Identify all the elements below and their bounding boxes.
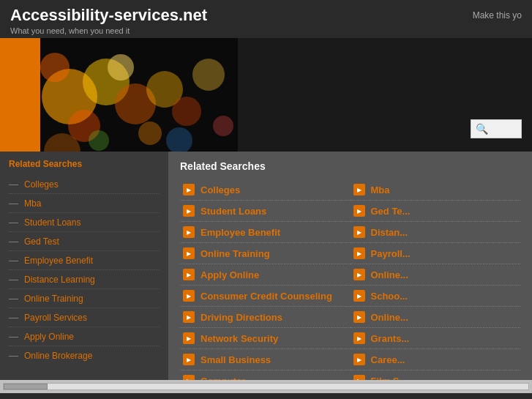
arrow-icon: — xyxy=(9,217,18,228)
related-icon-grants xyxy=(353,332,365,344)
sidebar-link-distance-learning[interactable]: Distance Learning xyxy=(24,275,95,285)
related-link-driving-directions[interactable]: Driving Directions xyxy=(201,312,282,323)
related-icon-career xyxy=(353,354,365,365)
related-item-payroll-services[interactable]: Payroll... xyxy=(351,243,521,264)
sidebar-item-colleges[interactable]: — Colleges xyxy=(9,175,160,194)
arrow-icon: — xyxy=(9,293,18,304)
related-icon-small-business xyxy=(183,354,195,365)
banner-area: 🔍 xyxy=(0,38,532,152)
related-item-small-business[interactable]: Small Business xyxy=(180,349,351,370)
related-panel: Related Searches Colleges Mba Student Lo… xyxy=(168,152,532,380)
related-icon-payroll-services xyxy=(353,247,365,259)
arrow-icon: — xyxy=(9,350,18,361)
related-icon-distance-learning xyxy=(353,226,365,238)
related-icon-consumer-credit xyxy=(183,290,195,302)
related-link-career[interactable]: Caree... xyxy=(371,354,405,365)
sidebar-link-colleges[interactable]: Colleges xyxy=(24,179,59,190)
related-link-distance-learning[interactable]: Distan... xyxy=(371,227,408,238)
related-item-film[interactable]: Film S... xyxy=(351,370,521,380)
related-icon-colleges xyxy=(183,184,195,195)
related-item-career[interactable]: Caree... xyxy=(351,349,521,370)
related-link-student-loans[interactable]: Student Loans xyxy=(201,206,266,217)
sidebar-item-online-training[interactable]: — Online Training xyxy=(9,289,160,308)
sidebar-link-mba[interactable]: Mba xyxy=(24,198,41,209)
related-item-computer[interactable]: Computer xyxy=(180,370,351,380)
related-item-online2[interactable]: Online... xyxy=(351,307,521,328)
sidebar-link-online-training[interactable]: Online Training xyxy=(24,294,83,304)
svg-point-8 xyxy=(172,97,201,126)
sidebar-item-student-loans[interactable]: — Student Loans xyxy=(9,213,160,232)
related-icon-online-right xyxy=(353,269,365,280)
related-link-employee-benefit[interactable]: Employee Benefit xyxy=(201,227,280,238)
sidebar-link-employee-benefit[interactable]: Employee Benefit xyxy=(24,256,93,266)
related-panel-title: Related Searches xyxy=(180,160,520,172)
related-icon-apply-online xyxy=(183,269,195,280)
related-icon-network-security xyxy=(183,332,195,344)
banner-dark: 🔍 xyxy=(238,38,532,152)
sidebar-item-apply-online[interactable]: — Apply Online xyxy=(9,327,160,346)
sidebar-item-mba[interactable]: — Mba xyxy=(9,194,160,213)
related-item-colleges[interactable]: Colleges xyxy=(180,179,351,201)
sidebar-item-online-brokerage[interactable]: — Online Brokerage xyxy=(9,346,160,365)
related-icon-employee-benefit xyxy=(183,226,195,238)
sidebar-link-apply-online[interactable]: Apply Online xyxy=(24,332,74,342)
search-icon: 🔍 xyxy=(476,123,488,135)
sidebar-link-online-brokerage[interactable]: Online Brokerage xyxy=(24,351,92,361)
related-icon-online-training xyxy=(183,247,195,259)
sidebar-item-distance-learning[interactable]: — Distance Learning xyxy=(9,270,160,289)
search-box[interactable]: 🔍 xyxy=(471,119,522,138)
related-link-network-security[interactable]: Network Security xyxy=(201,333,278,344)
arrow-icon: — xyxy=(9,255,18,266)
related-link-apply-online[interactable]: Apply Online xyxy=(201,269,259,280)
related-grid: Colleges Mba Student Loans Ged Te... Emp… xyxy=(180,179,520,380)
related-link-school[interactable]: Schoo... xyxy=(371,291,408,302)
related-link-colleges[interactable]: Colleges xyxy=(201,184,240,195)
sidebar-title: Related Searches xyxy=(9,159,160,169)
svg-point-11 xyxy=(89,130,109,151)
related-link-online2[interactable]: Online... xyxy=(371,312,408,323)
related-link-consumer-credit[interactable]: Consumer Credit Counseling xyxy=(201,291,332,302)
related-item-mba[interactable]: Mba xyxy=(351,179,521,201)
scrollbar-area[interactable] xyxy=(0,380,532,393)
sidebar-link-student-loans[interactable]: Student Loans xyxy=(24,217,80,228)
sidebar-item-ged-test[interactable]: — Ged Test xyxy=(9,232,160,251)
related-link-online-training[interactable]: Online Training xyxy=(201,248,270,259)
related-link-grants[interactable]: Grants... xyxy=(371,333,410,344)
related-link-film[interactable]: Film S... xyxy=(371,376,408,381)
scrollbar-thumb[interactable] xyxy=(4,384,48,389)
related-link-online-right[interactable]: Online... xyxy=(371,269,408,280)
header-left: Accessibility-services.net What you need… xyxy=(10,6,207,35)
related-item-online-right[interactable]: Online... xyxy=(351,264,521,286)
related-item-ged-test[interactable]: Ged Te... xyxy=(351,201,521,222)
header-right: Make this yo xyxy=(473,6,522,20)
orange-stripe xyxy=(0,38,40,152)
related-item-distance-learning[interactable]: Distan... xyxy=(351,222,521,243)
related-item-apply-online[interactable]: Apply Online xyxy=(180,264,351,286)
related-item-employee-benefit[interactable]: Employee Benefit xyxy=(180,222,351,243)
related-link-ged-test[interactable]: Ged Te... xyxy=(371,206,411,217)
related-icon-student-loans xyxy=(183,205,195,217)
arrow-icon: — xyxy=(9,331,18,342)
related-link-computer[interactable]: Computer xyxy=(201,376,245,381)
related-icon-mba xyxy=(353,184,365,195)
related-item-network-security[interactable]: Network Security xyxy=(180,328,351,349)
related-item-consumer-credit[interactable]: Consumer Credit Counseling xyxy=(180,286,351,307)
arrow-icon: — xyxy=(9,198,18,209)
sidebar-link-payroll-services[interactable]: Payroll Services xyxy=(24,313,87,323)
related-item-student-loans[interactable]: Student Loans xyxy=(180,201,351,222)
site-subtitle: What you need, when you need it xyxy=(10,26,207,35)
related-item-grants[interactable]: Grants... xyxy=(351,328,521,349)
sidebar-item-employee-benefit[interactable]: — Employee Benefit xyxy=(9,251,160,270)
related-link-payroll-services[interactable]: Payroll... xyxy=(371,248,411,259)
related-item-driving-directions[interactable]: Driving Directions xyxy=(180,307,351,328)
svg-point-13 xyxy=(213,116,233,136)
related-link-mba[interactable]: Mba xyxy=(371,184,390,195)
sidebar-item-payroll-services[interactable]: — Payroll Services xyxy=(9,308,160,327)
sidebar-link-ged-test[interactable]: Ged Test xyxy=(24,236,59,247)
related-link-small-business[interactable]: Small Business xyxy=(201,354,271,365)
related-item-school[interactable]: Schoo... xyxy=(351,286,521,307)
scrollbar-track[interactable] xyxy=(3,383,529,390)
related-icon-film xyxy=(353,375,365,380)
related-item-online-training[interactable]: Online Training xyxy=(180,243,351,264)
related-icon-online2 xyxy=(353,311,365,323)
